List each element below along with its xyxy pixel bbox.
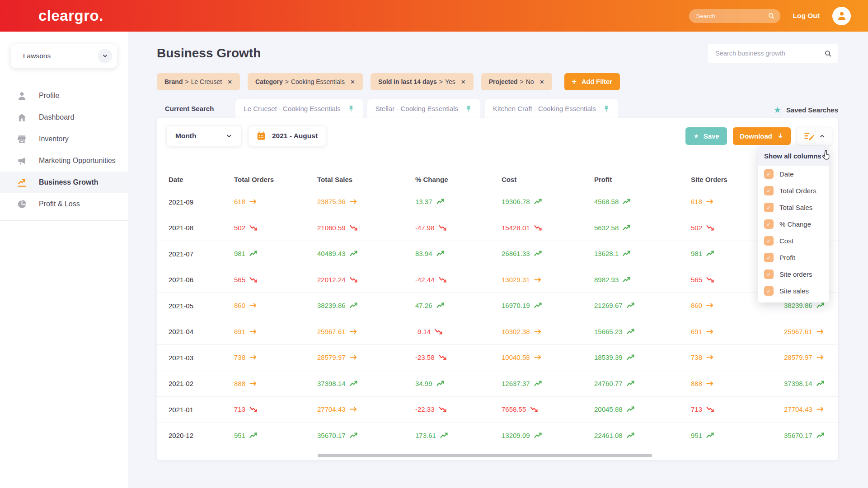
horizontal-scrollbar-thumb[interactable] [318, 454, 652, 457]
add-filter-button[interactable]: + Add Filter [564, 73, 620, 90]
pin-icon[interactable] [603, 105, 610, 112]
trend-flat-icon [534, 353, 542, 361]
page-search-input[interactable] [715, 50, 824, 57]
cell-value: 173.61 [415, 432, 436, 439]
date-cell: 2021-04 [169, 328, 234, 335]
trend-up-icon [436, 380, 444, 387]
cell-value: 951 [691, 432, 702, 439]
sidebar-item-inventory[interactable]: Inventory [0, 128, 128, 150]
columns-dropdown: Show all columns ✓ Date ✓ Total Orders ✓… [758, 146, 829, 302]
table-row: 2020-12 95135670.17173.6113209.0922461.0… [157, 423, 838, 449]
saved-tab-kitchen-craft-cooking-essentials[interactable]: Kitchen Craft - Cooking Essentials [485, 99, 618, 118]
cell-value: 40489.43 [317, 250, 346, 257]
remove-filter-icon[interactable]: ✕ [227, 79, 232, 85]
column-option-total-orders[interactable]: ✓ Total Orders [758, 182, 829, 199]
date-range-picker[interactable]: 2021 - August [248, 125, 326, 146]
metric-cell: 18539.39 [594, 353, 691, 362]
cell-value: 83.94 [415, 250, 432, 257]
metric-cell: 22012.24 [317, 276, 415, 284]
sidebar-item-business-growth[interactable]: Business Growth [0, 172, 128, 193]
checkbox-checked[interactable]: ✓ [764, 253, 774, 262]
checkbox-checked[interactable]: ✓ [764, 286, 774, 296]
download-button[interactable]: Download [733, 127, 791, 145]
metric-cell: 19306.78 [502, 198, 594, 206]
saved-tab-stellar-cooking-essentials[interactable]: Stellar - Cooking Essentials [367, 99, 480, 118]
global-search-input[interactable] [696, 13, 768, 19]
saved-tab-le-crueset-cooking-essentials[interactable]: Le Crueset - Cooking Essentials [235, 99, 362, 118]
columns-toggle-button[interactable] [797, 127, 832, 145]
metric-cell: -42.44 [415, 276, 502, 284]
trend-up-icon [534, 302, 542, 309]
column-header-date: Date [169, 176, 234, 183]
cell-value: 738 [234, 353, 245, 361]
column-option-total-sales[interactable]: ✓ Total Sales [758, 199, 829, 216]
chevron-down-icon [225, 132, 233, 139]
metric-cell: -9.14 [415, 328, 502, 336]
cell-value: 22012.24 [317, 276, 346, 284]
tab-current-search[interactable]: Current Search [157, 99, 222, 118]
pin-icon[interactable] [347, 105, 355, 112]
checkbox-checked[interactable]: ✓ [764, 169, 774, 179]
sidebar-item-profit-loss[interactable]: Profit & Loss [0, 193, 128, 215]
remove-filter-icon[interactable]: ✕ [540, 79, 544, 85]
toolbar-right: ★ Save Download [685, 127, 832, 145]
sidebar-item-dashboard[interactable]: Dashboard [0, 107, 128, 128]
cell-value: 24760.77 [594, 380, 623, 387]
cell-value: 565 [234, 276, 245, 284]
checkbox-checked[interactable]: ✓ [764, 203, 774, 212]
page-search[interactable] [708, 44, 838, 63]
trend-down-icon [439, 224, 446, 232]
cell-value: 8982.93 [594, 276, 619, 284]
trend-flat-icon [249, 353, 257, 361]
remove-filter-icon[interactable]: ✕ [350, 79, 355, 85]
metric-cell: 13628.1 [594, 250, 691, 258]
metric-cell: 13209.09 [502, 432, 594, 440]
column-option-site-sales[interactable]: ✓ Site sales [758, 283, 829, 299]
pin-icon[interactable] [465, 105, 472, 112]
sidebar-item-profile[interactable]: Profile [0, 85, 128, 107]
checkbox-checked[interactable]: ✓ [764, 219, 774, 229]
add-filter-label: Add Filter [582, 78, 612, 85]
saved-tab-label: Stellar - Cooking Essentials [375, 105, 458, 112]
workspace-selector[interactable]: Lawsons [11, 44, 117, 68]
filter-chip-projected: Projected > No ✕ [481, 73, 552, 90]
search-icon[interactable] [768, 12, 775, 19]
logout-button[interactable]: Log Out [793, 12, 820, 20]
trend-flat-icon [706, 302, 714, 309]
global-search[interactable] [689, 9, 780, 23]
trend-flat-icon [816, 328, 824, 335]
metric-cell: 5632.58 [594, 224, 691, 232]
cell-value: 860 [691, 302, 702, 309]
mouse-cursor [821, 150, 832, 161]
avatar[interactable] [832, 7, 851, 25]
checkbox-checked[interactable]: ✓ [764, 236, 774, 246]
sidebar-item-marketing-opportunities[interactable]: Marketing Opportunities [0, 150, 128, 172]
column-option-site-orders[interactable]: ✓ Site orders [758, 266, 829, 283]
saved-tabs: Le Crueset - Cooking Essentials Stellar … [235, 99, 618, 118]
sidebar: Lawsons Profile Dashboard Inventory Mark… [0, 32, 128, 488]
sidebar-nav: Profile Dashboard Inventory Marketing Op… [0, 85, 128, 221]
checkbox-checked[interactable]: ✓ [764, 186, 774, 195]
sidebar-item-label: Dashboard [39, 113, 74, 121]
metric-cell: 34.99 [415, 380, 502, 388]
period-select[interactable]: Month [166, 125, 242, 146]
columns-options: ✓ Date ✓ Total Orders ✓ Total Sales ✓ % … [758, 166, 829, 299]
show-all-columns-option[interactable]: Show all columns [758, 146, 829, 166]
column-option-date[interactable]: ✓ Date [758, 166, 829, 182]
cell-value: 888 [691, 380, 702, 387]
filter-separator: > [185, 78, 188, 85]
trend-up-icon [350, 250, 357, 257]
saved-searches-button[interactable]: ★ Saved Searches [774, 106, 838, 118]
metric-cell: 12637.37 [502, 380, 594, 388]
save-button[interactable]: ★ Save [685, 127, 727, 145]
metric-cell: 8982.93 [594, 276, 691, 284]
remove-filter-icon[interactable]: ✕ [461, 79, 466, 85]
column-option-change[interactable]: ✓ % Change [758, 216, 829, 232]
column-option-label: % Change [779, 220, 811, 228]
column-option-cost[interactable]: ✓ Cost [758, 232, 829, 249]
metric-cell: 713 [234, 405, 317, 414]
checkbox-checked[interactable]: ✓ [764, 270, 774, 279]
metric-cell: -23.58 [415, 353, 502, 362]
column-option-profit[interactable]: ✓ Profit [758, 249, 829, 266]
filter-row: Brand > Le Creuset ✕ Category > Cooking … [157, 73, 838, 90]
